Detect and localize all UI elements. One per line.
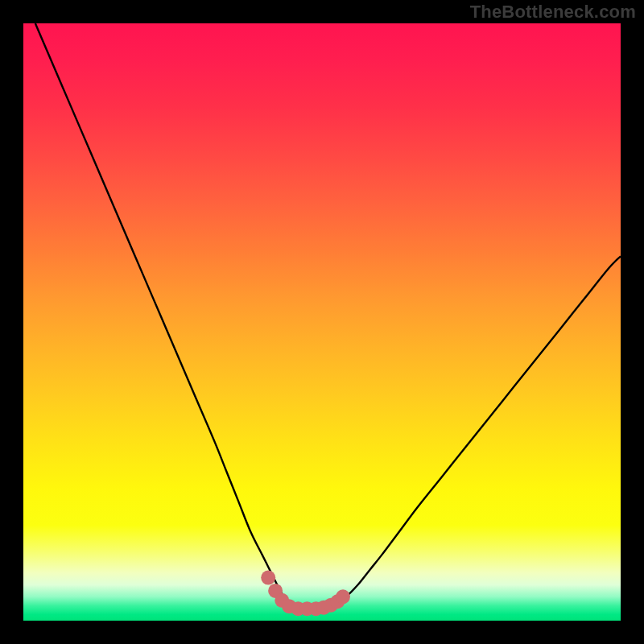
watermark-text: TheBottleneck.com	[470, 2, 636, 23]
curve-markers	[261, 571, 350, 617]
bottleneck-curve	[23, 23, 621, 621]
curve-marker	[336, 589, 350, 604]
plot-area	[23, 23, 621, 621]
curve-marker	[261, 571, 275, 585]
curve-line	[35, 23, 621, 609]
chart-frame: TheBottleneck.com	[0, 0, 644, 644]
